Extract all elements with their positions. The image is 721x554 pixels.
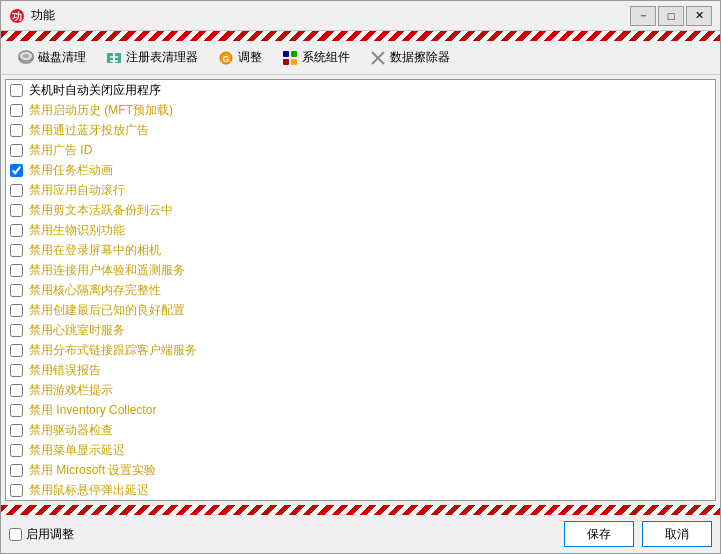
list-item-label: 禁用 NTFS 文件压缩 bbox=[29, 500, 139, 501]
list-item-label: 禁用广告 ID bbox=[29, 140, 92, 160]
list-item-checkbox[interactable] bbox=[10, 364, 23, 377]
enable-check-label[interactable]: 启用调整 bbox=[9, 526, 74, 543]
list-item-checkbox[interactable] bbox=[10, 424, 23, 437]
list-item-checkbox[interactable] bbox=[10, 464, 23, 477]
list-item: 禁用菜单显示延迟 bbox=[6, 440, 715, 460]
list-item: 禁用通过蓝牙投放广告 bbox=[6, 120, 715, 140]
list-item-checkbox[interactable] bbox=[10, 124, 23, 137]
list-item: 禁用 Inventory Collector bbox=[6, 400, 715, 420]
list-item-label: 禁用分布式链接跟踪客户端服务 bbox=[29, 340, 197, 360]
list-item-label: 禁用驱动器检查 bbox=[29, 420, 113, 440]
list-item: 禁用连接用户体验和遥测服务 bbox=[6, 260, 715, 280]
list-item-checkbox[interactable] bbox=[10, 204, 23, 217]
tune-icon: G bbox=[218, 50, 234, 66]
list-item-checkbox[interactable] bbox=[10, 284, 23, 297]
components-icon bbox=[282, 50, 298, 66]
tab-disk[interactable]: 磁盘清理 bbox=[9, 45, 95, 70]
tab-disk-label: 磁盘清理 bbox=[38, 49, 86, 66]
svg-rect-7 bbox=[110, 56, 118, 58]
list-item-label: 禁用生物识别功能 bbox=[29, 220, 125, 240]
list-item-checkbox[interactable] bbox=[10, 144, 23, 157]
list-item-checkbox[interactable] bbox=[10, 384, 23, 397]
tab-data-label: 数据擦除器 bbox=[390, 49, 450, 66]
list-item: 禁用鼠标悬停弹出延迟 bbox=[6, 480, 715, 500]
list-item-label: 禁用 Microsoft 设置实验 bbox=[29, 460, 156, 480]
main-window: 功 功能 － □ ✕ 磁盘清理 bbox=[0, 0, 721, 554]
window-title: 功能 bbox=[31, 7, 630, 24]
list-item-checkbox[interactable] bbox=[10, 264, 23, 277]
svg-rect-14 bbox=[291, 59, 297, 65]
items-list[interactable]: 关机时自动关闭应用程序禁用启动历史 (MFT预加载)禁用通过蓝牙投放广告禁用广告… bbox=[5, 79, 716, 501]
list-item-label: 禁用剪文本活跃备份到云中 bbox=[29, 200, 173, 220]
list-item-label: 禁用 Inventory Collector bbox=[29, 400, 156, 420]
bottom-stripe bbox=[1, 505, 720, 515]
list-item-label: 禁用创建最后已知的良好配置 bbox=[29, 300, 185, 320]
list-item-checkbox[interactable] bbox=[10, 224, 23, 237]
data-icon bbox=[370, 50, 386, 66]
list-item: 禁用剪文本活跃备份到云中 bbox=[6, 200, 715, 220]
svg-point-4 bbox=[23, 54, 29, 58]
list-item-checkbox[interactable] bbox=[10, 304, 23, 317]
svg-text:G: G bbox=[222, 54, 229, 64]
maximize-button[interactable]: □ bbox=[658, 6, 684, 26]
list-item-checkbox[interactable] bbox=[10, 484, 23, 497]
list-item-checkbox[interactable] bbox=[10, 444, 23, 457]
list-item-label: 禁用心跳室时服务 bbox=[29, 320, 125, 340]
enable-label: 启用调整 bbox=[26, 526, 74, 543]
list-item-label: 禁用连接用户体验和遥测服务 bbox=[29, 260, 185, 280]
list-item: 禁用在登录屏幕中的相机 bbox=[6, 240, 715, 260]
list-item: 禁用创建最后已知的良好配置 bbox=[6, 300, 715, 320]
content-area: 关机时自动关闭应用程序禁用启动历史 (MFT预加载)禁用通过蓝牙投放广告禁用广告… bbox=[1, 75, 720, 505]
list-item-checkbox[interactable] bbox=[10, 244, 23, 257]
minimize-button[interactable]: － bbox=[630, 6, 656, 26]
list-item-label: 禁用核心隔离内存完整性 bbox=[29, 280, 161, 300]
list-item-label: 禁用通过蓝牙投放广告 bbox=[29, 120, 149, 140]
svg-rect-8 bbox=[110, 60, 118, 62]
list-item-checkbox[interactable] bbox=[10, 164, 23, 177]
list-item-label: 禁用菜单显示延迟 bbox=[29, 440, 125, 460]
list-item: 禁用任务栏动画 bbox=[6, 160, 715, 180]
list-item: 禁用应用自动滚行 bbox=[6, 180, 715, 200]
enable-checkbox[interactable] bbox=[9, 528, 22, 541]
footer: 启用调整 保存 取消 bbox=[1, 515, 720, 553]
list-item-label: 关机时自动关闭应用程序 bbox=[29, 80, 161, 100]
list-item-label: 禁用启动历史 (MFT预加载) bbox=[29, 100, 173, 120]
title-bar: 功 功能 － □ ✕ bbox=[1, 1, 720, 31]
list-item-checkbox[interactable] bbox=[10, 184, 23, 197]
list-item: 禁用 Microsoft 设置实验 bbox=[6, 460, 715, 480]
footer-buttons: 保存 取消 bbox=[564, 521, 712, 547]
list-item-checkbox[interactable] bbox=[10, 344, 23, 357]
list-item: 关机时自动关闭应用程序 bbox=[6, 80, 715, 100]
list-item-label: 禁用鼠标悬停弹出延迟 bbox=[29, 480, 149, 500]
list-item-checkbox[interactable] bbox=[10, 104, 23, 117]
list-item: 禁用游戏栏提示 bbox=[6, 380, 715, 400]
svg-rect-13 bbox=[283, 59, 289, 65]
cancel-button[interactable]: 取消 bbox=[642, 521, 712, 547]
list-item-checkbox[interactable] bbox=[10, 404, 23, 417]
tab-components-label: 系统组件 bbox=[302, 49, 350, 66]
list-item-label: 禁用任务栏动画 bbox=[29, 160, 113, 180]
list-item-label: 禁用在登录屏幕中的相机 bbox=[29, 240, 161, 260]
tab-tune-label: 调整 bbox=[238, 49, 262, 66]
close-button[interactable]: ✕ bbox=[686, 6, 712, 26]
toolbar: 磁盘清理 注册表清理器 G 调整 bbox=[1, 41, 720, 75]
tab-components[interactable]: 系统组件 bbox=[273, 45, 359, 70]
registry-icon bbox=[106, 50, 122, 66]
list-item: 禁用核心隔离内存完整性 bbox=[6, 280, 715, 300]
list-item: 禁用广告 ID bbox=[6, 140, 715, 160]
svg-rect-12 bbox=[291, 51, 297, 57]
list-item-checkbox[interactable] bbox=[10, 324, 23, 337]
tab-registry-label: 注册表清理器 bbox=[126, 49, 198, 66]
list-item-label: 禁用错误报告 bbox=[29, 360, 101, 380]
tab-registry[interactable]: 注册表清理器 bbox=[97, 45, 207, 70]
save-button[interactable]: 保存 bbox=[564, 521, 634, 547]
list-item: 禁用 NTFS 文件压缩 bbox=[6, 500, 715, 501]
list-item-label: 禁用游戏栏提示 bbox=[29, 380, 113, 400]
tab-data[interactable]: 数据擦除器 bbox=[361, 45, 459, 70]
window-controls: － □ ✕ bbox=[630, 6, 712, 26]
disk-icon bbox=[18, 50, 34, 66]
list-item-checkbox[interactable] bbox=[10, 84, 23, 97]
list-item: 禁用生物识别功能 bbox=[6, 220, 715, 240]
list-item: 禁用错误报告 bbox=[6, 360, 715, 380]
tab-tune[interactable]: G 调整 bbox=[209, 45, 271, 70]
